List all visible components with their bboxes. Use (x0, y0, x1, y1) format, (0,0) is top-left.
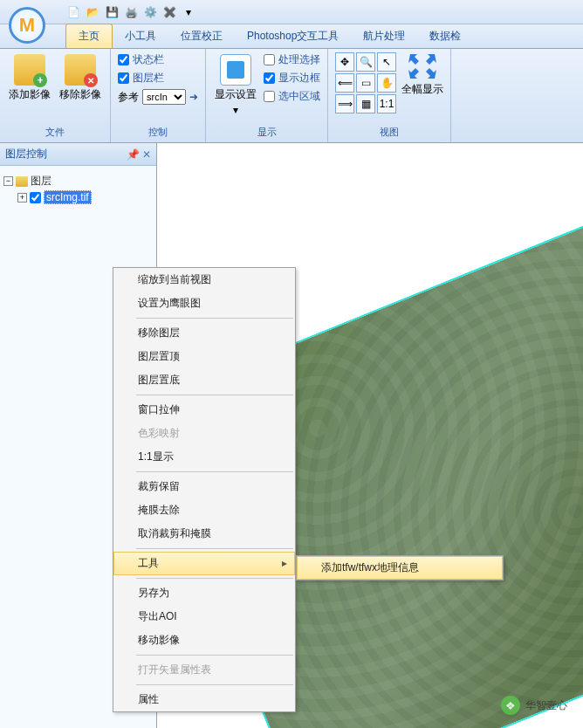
watermark: ❖ 华智壹心 (501, 696, 567, 715)
ribbon-tabs: 主页 小工具 位置校正 Photoshop交互工具 航片处理 数据检 (0, 24, 583, 49)
statusbar-checkbox[interactable] (118, 54, 129, 65)
display-settings-button[interactable]: 显示设置 ▾ (213, 52, 258, 118)
layerbar-label: 图层栏 (133, 71, 164, 86)
panel-header: 图层控制 📌 ✕ (0, 143, 156, 166)
remove-image-button[interactable]: 移除影像 (58, 52, 103, 104)
context-submenu: 添加tfw/tfwx地理信息 (296, 555, 504, 580)
menu-item[interactable]: 掩膜去除 (113, 498, 295, 522)
tab-home[interactable]: 主页 (65, 24, 113, 48)
border-checkbox[interactable] (264, 72, 275, 84)
tab-data[interactable]: 数据检 (417, 24, 473, 48)
app-logo: M (9, 7, 47, 45)
group-display-label: 显示 (213, 124, 320, 141)
grid-icon[interactable]: ▦ (356, 94, 375, 113)
expand-icon[interactable]: + (17, 193, 27, 203)
hand-icon[interactable]: ✋ (377, 73, 396, 93)
tab-photoshop[interactable]: Photoshop交互工具 (235, 24, 351, 48)
pin-icon[interactable]: 📌 (127, 148, 140, 161)
watermark-text: 华智壹心 (525, 698, 567, 713)
statusbar-label: 状态栏 (133, 52, 164, 67)
full-extent-icon (408, 52, 436, 80)
tree-root[interactable]: − 图层 (3, 173, 153, 189)
tree-item[interactable]: + srcImg.tif (3, 189, 153, 205)
group-display: 显示设置 ▾ 处理选择 显示边框 选中区域 显示 (206, 49, 328, 142)
prev-icon[interactable]: ⟸ (335, 73, 354, 93)
remove-image-label: 移除影像 (59, 87, 101, 102)
menu-item[interactable]: 窗口拉伸 (113, 398, 295, 422)
next-icon[interactable]: ⟹ (335, 94, 354, 113)
ref-select[interactable]: srcIn (142, 89, 186, 105)
group-view-label: 视图 (335, 124, 443, 141)
remove-image-icon (65, 54, 96, 86)
settings-icon[interactable]: ⚙️ (141, 3, 159, 21)
pan-icon[interactable]: ✥ (335, 52, 354, 72)
group-control-label: 控制 (118, 124, 198, 141)
full-extent-label: 全幅显示 (401, 82, 443, 97)
zoom-icon[interactable]: 🔍 (356, 52, 375, 72)
menu-item[interactable]: 1:1显示 (113, 445, 295, 469)
group-file: 添加影像 移除影像 文件 (0, 49, 111, 142)
tab-position[interactable]: 位置校正 (168, 24, 235, 48)
ratio-icon[interactable]: 1:1 (377, 94, 396, 113)
menu-item[interactable]: 图层置顶 (113, 345, 295, 368)
menu-separator (136, 655, 293, 656)
save-icon[interactable]: 💾 (103, 3, 120, 21)
root-label: 图层 (31, 174, 51, 189)
view-tools-grid: ✥ 🔍 ↖ ⟸ ▭ ✋ ⟹ ▦ 1:1 (335, 52, 396, 113)
proc-checkbox[interactable] (264, 54, 275, 65)
open-icon[interactable]: 📂 (84, 3, 101, 21)
select-checkbox[interactable] (264, 91, 275, 102)
panel-close-icon[interactable]: ✕ (142, 148, 151, 161)
tab-tools[interactable]: 小工具 (113, 24, 168, 48)
print-icon[interactable]: 🖨️ (122, 3, 140, 21)
menu-item[interactable]: 移除图层 (113, 321, 295, 345)
cursor-icon[interactable]: ↖ (377, 52, 396, 72)
menu-separator (136, 578, 293, 579)
menu-separator (136, 318, 293, 319)
layerbar-checkbox[interactable] (118, 72, 129, 84)
layer-label: srcImg.tif (44, 190, 92, 204)
menu-item[interactable]: 缩放到当前视图 (113, 268, 295, 292)
title-bar: 📄 📂 💾 🖨️ ⚙️ ✖️ ▾ (0, 0, 583, 24)
border-label: 显示边框 (278, 71, 320, 86)
quick-access-toolbar: 📄 📂 💾 🖨️ ⚙️ ✖️ ▾ (65, 3, 197, 21)
menu-item[interactable]: 裁剪保留 (113, 475, 295, 498)
wechat-icon: ❖ (501, 696, 520, 715)
dropdown-caret-icon: ▾ (233, 104, 238, 116)
add-image-label: 添加影像 (9, 87, 51, 102)
tab-aerial[interactable]: 航片处理 (351, 24, 417, 48)
rect-icon[interactable]: ▭ (356, 73, 375, 93)
menu-item: 打开矢量属性表 (113, 658, 295, 682)
submenu-item[interactable]: 添加tfw/tfwx地理信息 (297, 556, 503, 580)
menu-item[interactable]: 图层置底 (113, 368, 295, 392)
menu-item[interactable]: 移动影像 (113, 628, 295, 652)
add-image-icon (14, 54, 45, 86)
ribbon: 添加影像 移除影像 文件 状态栏 图层栏 参考 s (0, 49, 583, 143)
menu-item[interactable]: 导出AOI (113, 605, 295, 628)
ref-arrow-icon[interactable]: ➜ (189, 91, 198, 103)
select-label: 选中区域 (278, 89, 320, 104)
logo-icon: M (9, 7, 45, 44)
display-icon (220, 54, 251, 86)
menu-separator (136, 471, 293, 472)
layer-tree: − 图层 + srcImg.tif (0, 166, 156, 212)
display-label: 显示设置 (215, 87, 257, 102)
menu-item: 色彩映射 (113, 422, 295, 445)
layers-icon (16, 176, 28, 187)
menu-item[interactable]: 另存为 (113, 581, 295, 605)
new-icon[interactable]: 📄 (65, 3, 82, 21)
menu-item[interactable]: 属性 (113, 688, 295, 711)
layer-checkbox[interactable] (30, 192, 41, 203)
menu-item[interactable]: 取消裁剪和掩膜 (113, 522, 295, 546)
menu-separator (136, 395, 293, 395)
proc-label: 处理选择 (278, 52, 320, 67)
group-file-label: 文件 (7, 124, 103, 141)
add-image-button[interactable]: 添加影像 (7, 52, 52, 104)
menu-separator (136, 548, 293, 549)
close-icon[interactable]: ✖️ (161, 3, 178, 21)
dropdown-icon[interactable]: ▾ (180, 3, 197, 21)
menu-item[interactable]: 工具 (113, 552, 295, 575)
menu-item[interactable]: 设置为鹰眼图 (113, 292, 295, 315)
full-extent-button[interactable]: 全幅显示 (401, 52, 443, 97)
collapse-icon[interactable]: − (3, 176, 13, 186)
